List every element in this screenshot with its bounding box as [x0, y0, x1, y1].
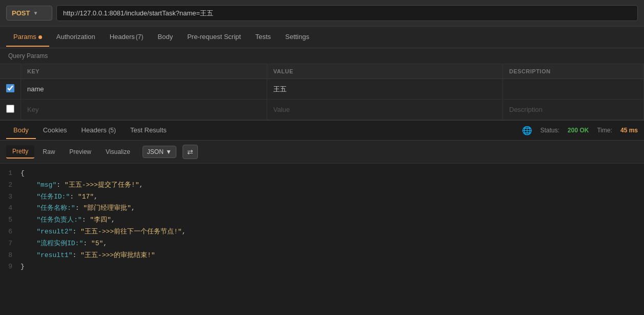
format-select[interactable]: JSON ▼ [143, 146, 176, 158]
line-number: 2 [0, 180, 21, 191]
row-value-cell[interactable]: 王五 [267, 79, 503, 100]
globe-icon[interactable]: 🌐 [522, 126, 532, 135]
line-content: "result2": "王五->>>前往下一个任务节点!", [21, 227, 644, 238]
tab-params[interactable]: Params [6, 28, 49, 47]
response-status-area: 🌐 Status: 200 OK Time: 45 ms [522, 126, 638, 135]
placeholder-checkbox[interactable] [6, 105, 14, 113]
wrap-button[interactable]: ⇄ [183, 145, 198, 159]
line-number: 7 [0, 239, 21, 249]
query-params-header: Query Params [0, 48, 644, 64]
response-header: Body Cookies Headers (5) Test Results 🌐 … [0, 120, 644, 141]
request-tabs: Params Authorization Headers(7) Body Pre… [0, 27, 644, 48]
placeholder-checkbox-cell[interactable] [0, 100, 21, 120]
placeholder-desc-cell[interactable]: Description [503, 100, 644, 120]
row-checkbox[interactable] [6, 84, 14, 92]
response-tab-body[interactable]: Body [6, 122, 36, 139]
json-line: 8 "result1": "王五->>>的审批结束!" [0, 250, 644, 262]
view-visualize-button[interactable]: Visualize [99, 146, 136, 158]
placeholder-value-cell[interactable]: Value [267, 100, 503, 120]
tab-settings[interactable]: Settings [278, 28, 316, 47]
json-line: 4 "任务名称:": "部门经理审批", [0, 203, 644, 214]
response-tab-test-results[interactable]: Test Results [123, 122, 174, 139]
view-raw-button[interactable]: Raw [36, 146, 61, 158]
tab-authorization[interactable]: Authorization [49, 28, 103, 47]
line-content: "result1": "王五->>>的审批结束!" [21, 250, 644, 261]
json-line: 5 "任务负责人:": "李四", [0, 214, 644, 226]
line-content: { [21, 168, 644, 179]
method-select[interactable]: POST ▼ [6, 6, 52, 21]
view-pretty-button[interactable]: Pretty [6, 145, 34, 159]
dropdown-arrow-icon: ▼ [33, 10, 38, 16]
line-number: 1 [0, 168, 21, 179]
json-line: 1{ [0, 168, 644, 180]
url-bar: POST ▼ [0, 0, 644, 27]
row-checkbox-cell[interactable] [0, 79, 21, 100]
line-number: 9 [0, 262, 21, 272]
line-number: 4 [0, 203, 21, 214]
table-placeholder-row: Key Value Description [0, 100, 644, 120]
params-table: KEY VALUE DESCRIPTION name 王五 Key [0, 64, 644, 120]
response-tab-cookies[interactable]: Cookies [36, 122, 74, 139]
line-number: 8 [0, 250, 21, 261]
row-desc-cell[interactable] [503, 79, 644, 100]
col-key-header: KEY [21, 64, 267, 79]
json-content-area[interactable]: 1{2 "msg": "王五->>>提交了任务!",3 "任务ID:": "17… [0, 164, 644, 315]
tab-tests[interactable]: Tests [248, 28, 278, 47]
json-line: 7 "流程实例ID:": "5", [0, 238, 644, 250]
col-checkbox [0, 64, 21, 79]
line-number: 6 [0, 227, 21, 238]
json-line: 9} [0, 261, 644, 273]
table-row: name 王五 [0, 79, 644, 100]
tab-prerequest[interactable]: Pre-request Script [180, 28, 248, 47]
placeholder-key-cell[interactable]: Key [21, 100, 267, 120]
table-header-row: KEY VALUE DESCRIPTION [0, 64, 644, 79]
line-number: 5 [0, 215, 21, 226]
response-tab-headers[interactable]: Headers (5) [74, 122, 123, 139]
json-line: 3 "任务ID:": "17", [0, 191, 644, 203]
line-content: "流程实例ID:": "5", [21, 239, 644, 249]
json-line: 6 "result2": "王五->>>前往下一个任务节点!", [0, 226, 644, 238]
tab-body[interactable]: Body [151, 28, 180, 47]
col-desc-header: DESCRIPTION [503, 64, 644, 79]
line-content: "任务名称:": "部门经理审批", [21, 203, 644, 214]
line-content: "任务ID:": "17", [21, 192, 644, 203]
view-preview-button[interactable]: Preview [63, 146, 97, 158]
line-number: 3 [0, 192, 21, 203]
line-content: } [21, 262, 644, 272]
line-content: "任务负责人:": "李四", [21, 215, 644, 226]
method-label: POST [12, 9, 30, 17]
tab-headers[interactable]: Headers(7) [103, 28, 151, 47]
row-key-cell[interactable]: name [21, 79, 267, 100]
format-dropdown-icon: ▼ [166, 148, 172, 155]
url-input[interactable] [56, 5, 638, 21]
params-dot-icon [38, 35, 42, 39]
response-body-toolbar: Pretty Raw Preview Visualize JSON ▼ ⇄ [0, 141, 644, 164]
col-value-header: VALUE [267, 64, 503, 79]
line-content: "msg": "王五->>>提交了任务!", [21, 180, 644, 191]
json-line: 2 "msg": "王五->>>提交了任务!", [0, 180, 644, 191]
